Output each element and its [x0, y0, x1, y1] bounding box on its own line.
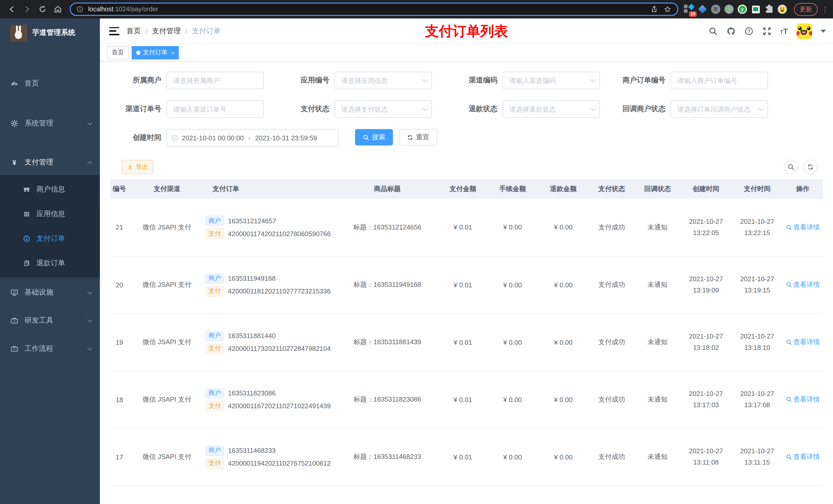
sidebar-item-refund-order[interactable]: 退款订单 [0, 251, 100, 275]
bookmark-star-icon[interactable] [663, 3, 672, 16]
extension-kite-icon[interactable] [697, 4, 708, 15]
extension-y-icon[interactable]: y [737, 4, 748, 15]
paid-time: 13:19:15 [732, 285, 783, 296]
refund-amount: ¥ 0.00 [554, 338, 572, 346]
chevron-down-icon [87, 317, 93, 322]
sidebar-item-infra[interactable]: 基础设施 [0, 280, 100, 305]
view-detail-link[interactable]: 查看详情 [786, 395, 820, 404]
date-start: 2021-10-01 00:00:00 [182, 134, 244, 142]
merchant-tag: 商户 [206, 388, 224, 398]
extension-chat-icon[interactable] [750, 4, 761, 15]
extension-puzzle-icon[interactable] [763, 4, 775, 15]
app-select[interactable] [335, 72, 432, 89]
table-header-row: 编号 支付渠道 支付订单 商品标题 支付金额 手续金额 退款金额 支付状态 回调… [110, 179, 823, 199]
refund-amount: ¥ 0.00 [554, 281, 572, 289]
tag-home[interactable]: 首页 [107, 46, 128, 59]
show-search-toggle-button[interactable] [784, 160, 798, 174]
goods-title: 标题：1635311949168 [354, 281, 421, 288]
goods-title: 标题：1635311468233 [354, 453, 421, 460]
tag-pay-order[interactable]: 支付订单 × [132, 46, 179, 59]
pay-status: 支付成功 [598, 453, 625, 460]
search-icon[interactable] [708, 26, 717, 35]
extension-tab-manager-icon[interactable]: 10 [684, 4, 695, 15]
help-icon[interactable] [744, 26, 753, 35]
close-icon[interactable]: × [171, 49, 174, 55]
filter-app: 应用编号 [278, 72, 436, 89]
user-avatar[interactable] [796, 23, 812, 39]
channel-code-select[interactable] [503, 72, 600, 89]
pay-amount: ¥ 0.01 [454, 223, 472, 231]
sidebar-item-dev-tools[interactable]: 研发工具 [0, 308, 100, 333]
export-button[interactable]: 导出 [121, 160, 154, 174]
refund-amount: ¥ 0.00 [554, 223, 572, 231]
extension-emoji-icon[interactable] [777, 4, 788, 15]
address-bar[interactable]: localhost:1024/pay/order [70, 3, 678, 16]
table-row: 17 微信 JSAPI 支付 商户 1635311468233 支付 42000… [110, 428, 823, 485]
chevron-up-icon [87, 161, 93, 166]
view-detail-link[interactable]: 查看详情 [786, 338, 820, 347]
merchant-input[interactable] [166, 72, 264, 89]
view-detail-link[interactable]: 查看详情 [786, 280, 820, 289]
merchant-order-no-input[interactable] [671, 72, 768, 89]
col-fee: 手续金额 [487, 179, 538, 199]
order-id: 21 [116, 223, 123, 231]
extension-command-icon[interactable]: ⌘ [710, 4, 721, 15]
extension-recorder-icon[interactable] [723, 4, 735, 15]
browser-reload-icon[interactable] [36, 3, 49, 16]
channel-order-no-input[interactable] [166, 100, 264, 118]
sidebar-item-pay-order[interactable]: 支付订单 [0, 226, 100, 251]
fee-amount: ¥ 0.00 [503, 338, 522, 346]
notify-status: 未通知 [647, 453, 668, 460]
browser-home-icon[interactable] [51, 3, 65, 16]
created-date: 2021-10-27 [680, 446, 732, 457]
sidebar-item-system[interactable]: 系统管理 [0, 111, 100, 136]
filter-merchant-order-no: 商户订单编号 [614, 72, 772, 89]
share-icon[interactable] [649, 3, 659, 16]
site-info-icon[interactable] [76, 3, 84, 16]
paid-date: 2021-10-27 [732, 273, 783, 285]
sidebar-item-workflow[interactable]: 工作流程 [0, 336, 100, 362]
top-navbar: 首页 / 支付管理 / 支付订单 支付订单列表 TT [100, 19, 833, 44]
sidebar-item-home[interactable]: 首页 [0, 71, 100, 96]
refresh-table-button[interactable] [803, 160, 818, 174]
goods-title: 标题：1635311881439 [354, 338, 421, 346]
view-detail-link[interactable]: 查看详情 [786, 223, 820, 232]
view-detail-link[interactable]: 查看详情 [786, 452, 820, 461]
col-paid: 支付时间 [732, 179, 783, 199]
refund-status-select[interactable] [503, 100, 600, 118]
reset-button[interactable]: 重置 [399, 129, 437, 145]
font-size-icon[interactable]: TT [780, 27, 788, 35]
chrome-update-button[interactable]: 更新 [794, 3, 818, 16]
filter-pay-status: 支付状态 [278, 100, 436, 118]
pay-status-select[interactable] [335, 100, 432, 118]
filter-channel-code: 渠道编码 [446, 72, 604, 89]
fullscreen-icon[interactable] [762, 26, 771, 35]
table-row: 20 微信 JSAPI 支付 商户 1635311949168 支付 42000… [110, 256, 823, 313]
browser-menu-icon[interactable]: ⋮ [822, 5, 828, 13]
notify-status-select[interactable] [671, 100, 768, 118]
filter-refund-status: 退款状态 [446, 100, 604, 118]
github-icon[interactable] [726, 26, 735, 35]
sidebar-item-merchant-info[interactable]: 商户信息 [0, 177, 100, 202]
table-row: 商户 1635311254796 [110, 485, 823, 504]
filter-create-time: 创建时间 2021-10-01 00:00:00 - 2021-10-31 23… [110, 129, 339, 146]
grid-icon [23, 210, 30, 218]
sidebar-toggle-icon[interactable] [109, 27, 119, 35]
col-actions: 操作 [783, 179, 823, 199]
url-host: localhost [88, 6, 114, 13]
col-amount: 支付金额 [438, 179, 487, 199]
sidebar-item-app-info[interactable]: 应用信息 [0, 202, 100, 226]
search-button[interactable]: 搜索 [355, 129, 393, 145]
breadcrumb-payment[interactable]: 支付管理 [152, 26, 181, 35]
sidebar-item-payment[interactable]: 支付管理 [0, 149, 100, 175]
created-time: 13:18:02 [680, 342, 732, 354]
browser-forward-icon[interactable] [21, 3, 34, 16]
browser-back-icon[interactable] [5, 3, 19, 16]
avatar-caret-icon[interactable] [821, 29, 826, 32]
briefcase-icon [10, 345, 19, 353]
pay-status: 支付成功 [598, 395, 625, 403]
url-path: :1024/pay/order [114, 6, 158, 13]
date-range-picker[interactable]: 2021-10-01 00:00:00 - 2021-10-31 23:59:5… [166, 129, 339, 146]
paid-date: 2021-10-27 [732, 331, 783, 342]
breadcrumb-home[interactable]: 首页 [126, 26, 141, 35]
